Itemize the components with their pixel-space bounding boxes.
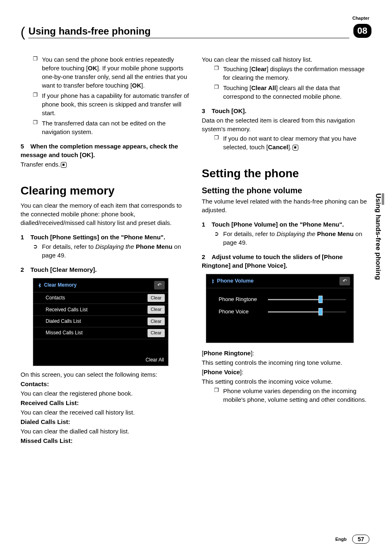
bluetooth-icon	[210, 278, 215, 284]
note-item: You can send the phone book entries repe…	[34, 55, 190, 90]
item-heading: [Phone Voice]:	[202, 368, 371, 376]
item-heading: Missed Calls List:	[21, 436, 190, 445]
clear-row: Received Calls List Clear	[33, 304, 168, 315]
step-heading: 5When the completion message appears, ch…	[21, 142, 190, 159]
page-title: Using hands-free phoning	[28, 25, 349, 38]
side-section-label: Using hands-free phoning	[374, 193, 382, 280]
note-item: Phone volume varies depending on the inc…	[215, 387, 371, 404]
phone-volume-screenshot: Phone Volume ↶ Phone Ringtone Phone Voic…	[206, 274, 354, 343]
clear-row: Missed Calls List Clear	[33, 327, 168, 339]
item-body: You can clear the dialled call history l…	[21, 427, 190, 436]
note-item: If your phone has a capability for autom…	[34, 91, 190, 117]
language-code: Engb	[335, 537, 347, 542]
back-icon: ↶	[339, 277, 350, 285]
page-footer: Engb 57	[335, 535, 369, 544]
voice-slider-row: Phone Voice	[206, 306, 353, 318]
ringtone-slider-row: Phone Ringtone	[206, 293, 353, 306]
header-paren-icon: (	[21, 25, 25, 39]
back-icon: ↶	[154, 281, 165, 290]
clear-row: Dialed Calls List Clear	[33, 316, 168, 327]
voice-slider	[268, 311, 346, 313]
item-body: This setting controls the incoming voice…	[202, 377, 371, 386]
item-body: You can clear the missed call history li…	[202, 55, 371, 64]
left-column: You can send the phone book entries repe…	[21, 55, 190, 446]
screenshot-title: Clear Memory	[44, 282, 154, 289]
clear-button: Clear	[148, 294, 165, 302]
item-heading: [Phone Ringtone]:	[202, 349, 371, 357]
section-intro: The volume level related with the hands-…	[202, 197, 371, 214]
end-section-icon	[61, 162, 67, 168]
right-column: You can clear the missed call history li…	[202, 55, 371, 446]
section-intro: You can clear the memory of each item th…	[21, 201, 190, 227]
clear-row: Contacts Clear	[33, 292, 168, 304]
step-heading: 2Touch [Clear Memory].	[21, 265, 190, 274]
screenshot-title: Phone Volume	[217, 277, 339, 285]
section-heading-clearing: Clearing memory	[21, 183, 190, 199]
bluetooth-icon	[37, 283, 42, 288]
note-item: Touching [Clear] displays the confirmati…	[215, 65, 371, 82]
reference-item: For details, refer to Displaying the Pho…	[215, 229, 371, 247]
clear-button: Clear	[148, 329, 165, 337]
step-body: Transfer ends.	[21, 160, 190, 169]
note-item: The transferred data can not be edited o…	[34, 119, 190, 136]
clear-button: Clear	[148, 306, 165, 313]
clear-button: Clear	[148, 317, 165, 325]
end-section-icon	[293, 145, 298, 151]
item-heading: Received Calls List:	[21, 398, 190, 407]
chapter-number-badge: 08	[353, 24, 371, 38]
item-heading: Contacts:	[21, 380, 190, 388]
item-body: You can clear the registered phone book.	[21, 389, 190, 398]
clear-all-button: Clear All	[33, 354, 168, 366]
ringtone-slider	[268, 299, 346, 300]
section-heading-setting: Setting the phone	[202, 165, 371, 181]
note-item: If you do not want to clear memory that …	[215, 134, 371, 151]
page-header: ( Using hands-free phoning 08	[21, 25, 371, 39]
item-heading: Dialed Calls List:	[21, 417, 190, 426]
step-heading: 1Touch [Phone Volume] on the "Phone Menu…	[202, 220, 371, 229]
reference-item: For details, refer to Displaying the Pho…	[34, 242, 190, 259]
screenshot-explain: On this screen, you can select the follo…	[21, 370, 190, 379]
note-item: Touching [Clear All] clears all the data…	[215, 83, 371, 101]
chapter-label: Chapter	[352, 16, 369, 21]
clear-memory-screenshot: Clear Memory ↶ Contacts Clear Received C…	[33, 278, 168, 366]
step-heading: 1Touch [Phone Settings] on the "Phone Me…	[21, 233, 190, 241]
item-body: This setting controls the incoming ring …	[202, 358, 371, 367]
step-body: Data on the selected item is cleared fro…	[202, 116, 371, 133]
step-heading: 2Adjust volume to touch the sliders of […	[202, 253, 371, 270]
step-heading: 3Touch [OK].	[202, 107, 371, 115]
subsection-heading: Setting the phone volume	[202, 185, 371, 196]
page-number: 57	[352, 535, 369, 544]
item-body: You can clear the received call history …	[21, 408, 190, 417]
